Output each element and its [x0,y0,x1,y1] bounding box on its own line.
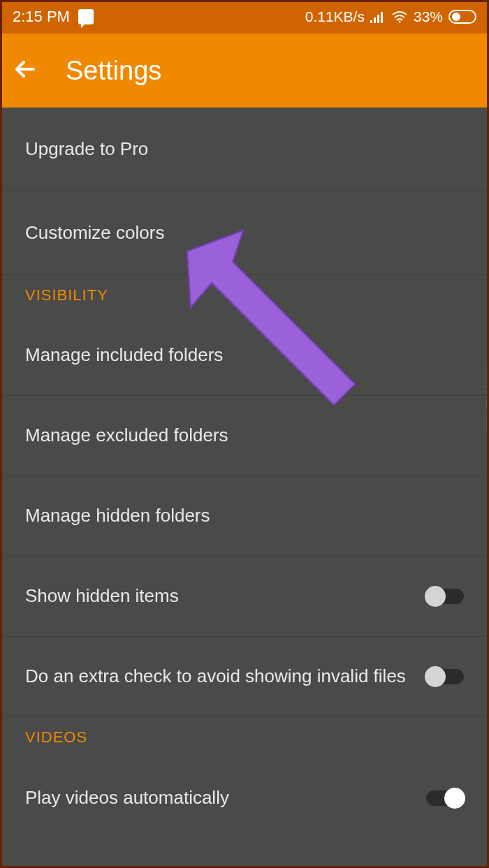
manage-excluded-label: Manage excluded folders [25,424,464,448]
app-header: Settings [0,34,489,108]
status-bar: 2:15 PM 0.11KB/s 33% [0,0,489,34]
section-header-visibility: VISIBILITY [0,275,489,316]
upgrade-pro-row[interactable]: Upgrade to Pro [0,108,489,191]
message-icon [78,9,94,24]
extra-check-label: Do an extra check to avoid showing inval… [25,665,426,689]
show-hidden-items-row[interactable]: Show hidden items [0,557,489,637]
status-left: 2:15 PM [13,8,94,26]
show-hidden-items-label: Show hidden items [25,584,426,608]
extra-check-toggle[interactable] [426,669,464,684]
svg-point-4 [398,21,400,23]
svg-rect-3 [381,12,383,23]
upgrade-pro-label: Upgrade to Pro [25,138,464,161]
svg-rect-1 [374,17,376,23]
page-title: Settings [66,56,161,86]
extra-check-row[interactable]: Do an extra check to avoid showing inval… [0,637,489,717]
back-arrow-icon[interactable] [13,57,38,84]
status-battery-percent: 33% [414,8,443,25]
status-right: 0.11KB/s 33% [305,8,476,25]
manage-excluded-row[interactable]: Manage excluded folders [0,396,489,476]
manage-included-row[interactable]: Manage included folders [0,316,489,396]
svg-rect-2 [377,15,379,23]
customize-colors-row[interactable]: Customize colors [0,191,489,275]
battery-icon [448,10,476,24]
customize-colors-label: Customize colors [25,221,464,245]
status-time: 2:15 PM [13,8,70,26]
autoplay-videos-label: Play videos automatically [25,786,426,810]
autoplay-videos-toggle[interactable] [426,790,464,806]
section-header-videos: VIDEOS [0,717,489,758]
autoplay-videos-row[interactable]: Play videos automatically [0,758,489,838]
manage-hidden-row[interactable]: Manage hidden folders [0,476,489,557]
status-data-rate: 0.11KB/s [305,8,365,25]
settings-content: Upgrade to Pro Customize colors VISIBILI… [0,108,489,838]
wifi-icon [391,10,408,23]
show-hidden-items-toggle[interactable] [426,589,464,604]
manage-hidden-label: Manage hidden folders [25,504,464,528]
svg-rect-0 [370,20,372,23]
signal-icon [370,10,386,23]
watermark: www.989214.com [485,364,489,434]
manage-included-label: Manage included folders [25,344,464,367]
